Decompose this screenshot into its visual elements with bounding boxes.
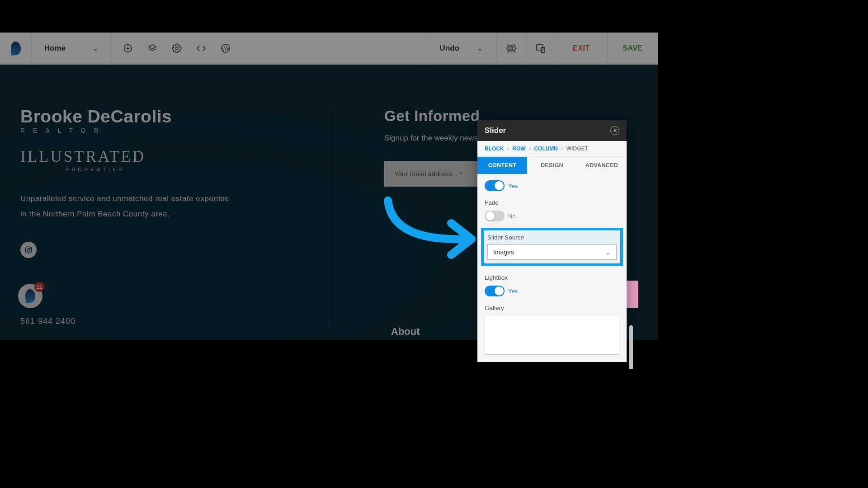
- help-badge[interactable]: 11: [18, 284, 42, 308]
- close-icon[interactable]: ✕: [610, 126, 619, 135]
- page-selector[interactable]: Home ⌄: [32, 33, 111, 64]
- wordpress-icon[interactable]: [221, 43, 231, 53]
- tab-content[interactable]: CONTENT: [477, 157, 527, 174]
- panel-title: Slider: [485, 126, 506, 135]
- pink-edge: [627, 281, 638, 308]
- slider-source-label: Slider Source: [487, 234, 617, 241]
- tab-advanced[interactable]: ADVANCED: [577, 157, 627, 174]
- widget-settings-panel: Slider ✕ BLOCK › ROW › COLUMN › WIDGET C…: [477, 120, 627, 362]
- crumb-block[interactable]: BLOCK: [485, 145, 504, 152]
- preview-icon[interactable]: [497, 33, 526, 64]
- phone-number: 561 944 2400: [20, 317, 311, 326]
- brand-role: REALTOR: [20, 127, 311, 134]
- flame-icon: [25, 289, 36, 303]
- tab-design[interactable]: DESIGN: [527, 157, 577, 174]
- flame-icon: [10, 41, 21, 56]
- gallery-dropzone[interactable]: [485, 315, 619, 355]
- slider-source-highlight: Slider Source Images ⌄: [481, 228, 623, 266]
- brand-company-sub: PROPERTIES: [66, 167, 311, 172]
- panel-tabs: CONTENT DESIGN ADVANCED: [477, 157, 627, 174]
- toggle-fade[interactable]: [485, 211, 505, 221]
- svg-point-7: [27, 249, 30, 251]
- svg-point-8: [30, 248, 31, 249]
- chevron-down-icon: ⌄: [93, 45, 98, 52]
- crumb-widget: WIDGET: [566, 145, 588, 152]
- undo-dropdown[interactable]: Undo ⌄: [426, 33, 497, 64]
- page-name: Home: [44, 44, 66, 53]
- panel-header: Slider ✕: [477, 120, 627, 141]
- svg-point-3: [510, 47, 513, 50]
- brand-company: ILLUSTRATED: [20, 148, 311, 166]
- undo-label: Undo: [440, 44, 459, 53]
- breadcrumb: BLOCK › ROW › COLUMN › WIDGET: [477, 141, 627, 157]
- chevron-down-icon: ⌄: [477, 45, 483, 52]
- email-field[interactable]: Your email address... *: [384, 161, 484, 187]
- slider-source-select[interactable]: Images ⌄: [487, 244, 617, 260]
- toggle-fade-label: No: [508, 213, 516, 220]
- gear-icon[interactable]: [172, 43, 182, 53]
- tagline: Unparalleled service and unmatched real …: [20, 191, 311, 222]
- toggle-lightbox[interactable]: [485, 286, 505, 296]
- gallery-label: Gallery: [485, 305, 619, 311]
- toggle-top[interactable]: [485, 180, 505, 191]
- save-button[interactable]: SAVE: [608, 33, 658, 64]
- toggle-lightbox-label: Yes: [508, 288, 518, 295]
- brand-name: Brooke DeCarolis: [20, 108, 311, 125]
- editor-toolbar: Home ⌄ Undo ⌄: [0, 33, 658, 65]
- panel-scrollbar[interactable]: [629, 325, 633, 369]
- exit-button[interactable]: EXIT: [556, 33, 608, 64]
- app-logo[interactable]: [0, 33, 32, 64]
- responsive-icon[interactable]: [526, 33, 556, 64]
- layers-icon[interactable]: [147, 43, 157, 53]
- fade-label: Fade: [485, 199, 619, 206]
- chevron-down-icon: ⌄: [605, 249, 611, 256]
- crumb-column[interactable]: COLUMN: [534, 145, 558, 152]
- code-icon[interactable]: [196, 43, 206, 53]
- svg-point-1: [175, 47, 178, 50]
- lightbox-label: Lightbox: [485, 274, 619, 281]
- instagram-icon[interactable]: [20, 242, 37, 258]
- notification-count: 11: [34, 282, 44, 292]
- add-icon[interactable]: [123, 43, 133, 53]
- crumb-row[interactable]: ROW: [512, 145, 525, 152]
- toggle-top-label: Yes: [508, 183, 518, 189]
- slider-source-value: Images: [493, 249, 514, 256]
